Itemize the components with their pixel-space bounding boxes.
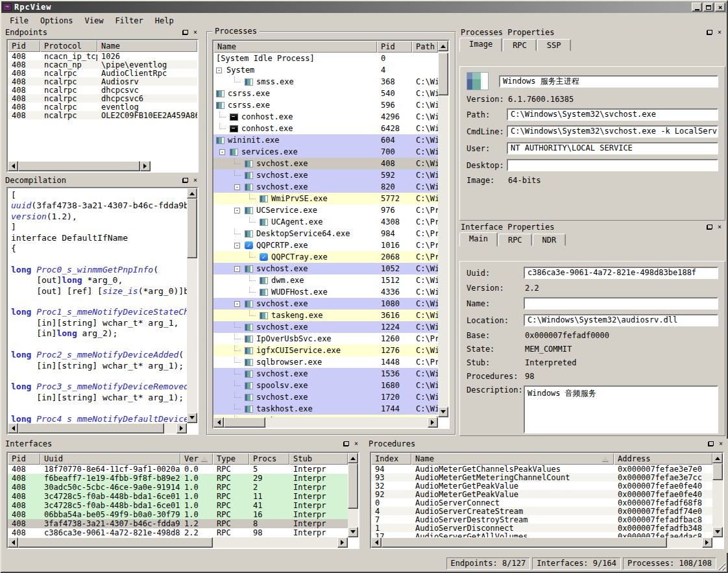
table-row[interactable]: -svchost.exe1052C:\Windo <box>213 263 438 274</box>
resize-grip[interactable] <box>717 562 725 570</box>
column-header-name[interactable]: Name <box>213 41 377 53</box>
table-row[interactable]: 4083c4728c5-f0ab-448b-bda1-6ce01eb0a6d61… <box>8 492 348 501</box>
scroll-left-button[interactable] <box>213 417 224 428</box>
column-header-protocol[interactable]: Protocol <box>40 40 97 52</box>
menu-item-view[interactable]: View <box>79 15 109 27</box>
scroll-left-button[interactable] <box>8 537 18 548</box>
table-row[interactable]: igfxCUIService.exe1276C:\Windo <box>213 345 438 356</box>
value-field[interactable] <box>524 297 718 310</box>
table-row[interactable]: 408ncalrpcAudioClientRpc <box>8 69 197 77</box>
column-header-pid[interactable]: Pid <box>377 41 412 53</box>
scroll-up-button[interactable] <box>712 453 723 463</box>
value-field[interactable]: C:\Windows\System32\svchost.exe -k Local… <box>507 125 718 138</box>
scroll-thumb[interactable] <box>712 463 723 480</box>
table-row[interactable]: taskhost.exe1744C:\Windo <box>213 403 438 415</box>
tab-main[interactable]: Main <box>459 232 498 247</box>
description-box[interactable]: Windows 音频服务 <box>524 385 718 433</box>
table-row[interactable]: taskeng.exe3616C:\Windo <box>213 310 438 321</box>
table-row[interactable]: sqlbrowser.exe1448C:\Progr <box>213 356 438 368</box>
close-icon[interactable]: × <box>715 223 724 232</box>
table-row[interactable]: 408ncalrpceventlog <box>8 103 197 111</box>
table-row[interactable]: svchost.exe1224C:\Windo <box>213 321 438 333</box>
table-row[interactable]: IpOverUsbSvc.exe1260C:\Progr <box>213 333 438 345</box>
table-row[interactable]: smss.exe368C:\Windo <box>213 76 438 88</box>
table-row[interactable]: svchost.exe1720C:\Windo <box>213 391 438 403</box>
table-row[interactable]: wininit.exe604C:\Windo <box>213 134 438 146</box>
table-row[interactable]: 0AudioServerConnect0x000007fefadf68f8 <box>371 498 712 507</box>
scroll-thumb[interactable] <box>18 537 213 548</box>
interfaces-hscrollbar[interactable] <box>8 537 348 548</box>
scroll-thumb[interactable] <box>382 537 667 548</box>
table-row[interactable]: 93AudioMeterGetMeteringChannelCount0x000… <box>371 473 712 482</box>
table-row[interactable]: -svchost.exe820C:\Windo <box>213 181 438 193</box>
table-row[interactable]: UCAgent.exe4308C:\Progr <box>213 216 438 228</box>
float-icon[interactable] <box>705 223 714 232</box>
table-row[interactable]: 408c386ca3e-9061-4a72-821e-498d83be188f2… <box>8 528 348 537</box>
decompilation-view[interactable]: [ uuid(3faf4738-3a21-4307-b46c-fdda9bb v… <box>6 187 199 435</box>
table-row[interactable]: ✓QQPCTray.exe2068C:\Progr <box>213 251 438 263</box>
table-row[interactable]: 7AudioServerDestroyStream0x000007fefadfb… <box>371 515 712 524</box>
table-row[interactable]: 408ncalrpcdhcpcsvc <box>8 86 197 94</box>
scroll-right-button[interactable] <box>140 161 151 171</box>
table-row[interactable]: 94AudioMeterGetChannelsPeakValues0x00000… <box>371 465 712 473</box>
close-icon[interactable]: × <box>715 29 724 37</box>
tab-ssp[interactable]: SSP <box>537 39 571 51</box>
endpoints-hscrollbar[interactable] <box>8 161 151 171</box>
maximize-button[interactable] <box>703 3 714 12</box>
table-row[interactable]: 4AudioServerCreateStream0x000007fefadf74… <box>371 507 712 515</box>
scroll-left-button[interactable] <box>8 423 18 433</box>
scroll-thumb[interactable] <box>187 199 197 258</box>
table-row[interactable]: conhost.exe4296C:\Windo <box>213 111 438 123</box>
value-field[interactable]: c386ca3e-9061-4a72-821e-498d83be188f <box>524 267 718 279</box>
table-row[interactable]: 40830adc50c-5cbc-46ce-9a0e-91914789e23c1… <box>8 483 348 492</box>
scroll-thumb[interactable] <box>18 161 140 171</box>
column-header-procs[interactable]: Procs <box>249 453 289 465</box>
column-header-uuid[interactable]: Uuid <box>40 453 180 465</box>
tab-rpc[interactable]: RPC <box>498 234 532 246</box>
column-header-address[interactable]: Address <box>614 453 712 465</box>
close-icon[interactable]: × <box>191 177 200 185</box>
column-header-name[interactable]: Name <box>97 40 197 52</box>
scroll-left-button[interactable] <box>8 161 18 171</box>
menu-item-file[interactable]: File <box>4 15 34 27</box>
tree-collapse-icon[interactable]: - <box>234 301 240 307</box>
scroll-thumb[interactable] <box>438 53 448 95</box>
column-header-path[interactable]: Path <box>412 41 438 53</box>
table-row[interactable]: -UCService.exe976C:\Progr <box>213 204 438 216</box>
table-row[interactable]: dwm.exe1512C:\Windo <box>213 274 438 286</box>
table-row[interactable]: WUDFHost.exe4336C:\Windo <box>213 286 438 298</box>
table-row[interactable]: 408ncalrpcAudiosrv <box>8 77 197 86</box>
table-row[interactable]: 408ncacn_np\pipe\eventlog <box>8 60 197 69</box>
processes-hscrollbar[interactable] <box>213 417 438 428</box>
table-row[interactable]: 40818f70770-8e64-11cf-9af1-0020af6e72f40… <box>8 465 348 474</box>
column-header-type[interactable]: Type <box>213 453 249 465</box>
interfaces-vscrollbar[interactable] <box>348 453 358 537</box>
tree-collapse-icon[interactable]: - <box>219 149 225 155</box>
column-header-stub[interactable]: Stub <box>289 453 348 465</box>
scroll-thumb[interactable] <box>224 417 265 428</box>
table-row[interactable]: conhost.exe6428C:\Windo <box>213 123 438 134</box>
table-row[interactable]: 408f6beaff7-1e19-4fbb-9f8f-b89e2018337c1… <box>8 474 348 483</box>
table-row[interactable]: 408ncacn_ip_tcp1026 <box>8 52 197 60</box>
tab-ndr[interactable]: NDR <box>533 234 566 246</box>
tab-image[interactable]: Image <box>459 38 502 52</box>
scroll-up-button[interactable] <box>438 41 448 51</box>
table-row[interactable]: -services.exe700C:\Windo <box>213 146 438 158</box>
table-row[interactable]: svchost.exe592C:\Windo <box>213 169 438 181</box>
column-header-ver[interactable]: Ver <box>180 453 213 465</box>
scroll-up-button[interactable] <box>187 188 197 199</box>
menu-item-help[interactable]: Help <box>149 15 180 27</box>
scroll-up-button[interactable] <box>348 453 358 463</box>
float-icon[interactable] <box>341 440 350 448</box>
scroll-right-button[interactable] <box>176 423 187 433</box>
table-row[interactable]: -svchost.exe1080C:\Windo <box>213 298 438 310</box>
column-header-pid[interactable]: Pid <box>8 453 40 465</box>
tree-collapse-icon[interactable]: - <box>216 67 222 73</box>
title-bar[interactable]: ~ RpcView × <box>1 1 727 13</box>
scroll-down-button[interactable] <box>712 527 723 537</box>
tree-collapse-icon[interactable]: - <box>234 243 240 249</box>
scroll-right-button[interactable] <box>428 417 438 428</box>
table-row[interactable]: 408ncalrpcdhcpcsvc6 <box>8 94 197 103</box>
value-field[interactable]: C:\Windows\System32\audiosrv.dll <box>524 314 718 326</box>
menu-item-filter[interactable]: Filter <box>109 15 149 27</box>
